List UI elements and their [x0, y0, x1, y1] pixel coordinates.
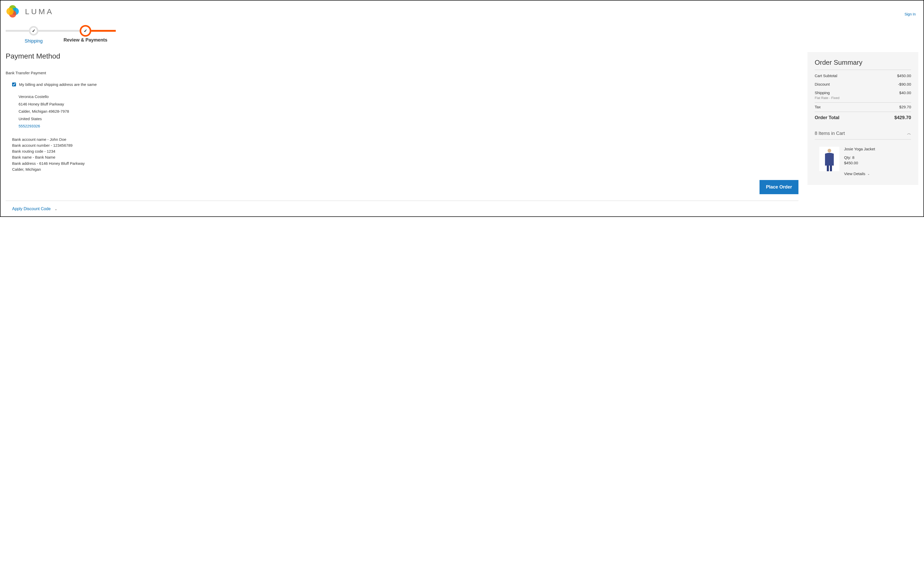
payment-method-heading: Payment Method	[6, 52, 798, 60]
discount-row: Discount -$90.00	[814, 80, 911, 88]
chevron-down-icon: ⌄	[54, 207, 57, 211]
cart-items-toggle[interactable]: 8 Items in Cart ︿	[814, 126, 911, 140]
billing-same-checkbox[interactable]	[12, 82, 16, 86]
order-total-row: Order Total $429.70	[814, 112, 911, 123]
items-in-cart-label: 8 Items in Cart	[814, 131, 845, 136]
address-street: 6146 Honey Bluff Parkway	[19, 100, 798, 108]
bank-account-name: Bank account name - John Doe	[12, 136, 798, 142]
bank-address: Bank address - 6146 Honey Bluff Parkway	[12, 160, 798, 166]
tax-label: Tax	[814, 105, 820, 109]
apply-discount-toggle[interactable]: Apply Discount Code ⌄	[12, 207, 798, 211]
luma-logo-icon	[6, 4, 20, 19]
progress-bar-segment	[91, 30, 116, 32]
payment-method-name: Bank Transfer Payment	[6, 70, 798, 75]
place-order-button[interactable]: Place Order	[759, 180, 798, 194]
progress-bar-segment	[38, 30, 80, 32]
svg-point-3	[6, 8, 14, 15]
subtotal-row: Cart Subtotal $450.00	[814, 71, 911, 80]
order-total-value: $429.70	[894, 115, 911, 120]
order-total-label: Order Total	[814, 115, 839, 120]
chevron-down-icon: ⌄	[867, 172, 870, 176]
logo[interactable]: LUMA	[6, 4, 54, 19]
view-details-label: View Details	[844, 171, 865, 176]
sign-in-link[interactable]: Sign In	[904, 12, 916, 16]
step-shipping[interactable]: ✓ Shipping	[29, 26, 38, 36]
product-price: $450.00	[844, 160, 875, 165]
order-summary-heading: Order Summary	[814, 58, 911, 70]
bank-city: Calder, Michigan	[12, 166, 798, 172]
brand-text: LUMA	[25, 7, 54, 16]
bank-account-number: Bank account number - 123456789	[12, 142, 798, 148]
shipping-method: Flat Rate - Fixed	[814, 96, 911, 102]
checkout-progress: ✓ Shipping ✓ Review & Payments	[6, 25, 918, 37]
step-review-payments: ✓ Review & Payments	[80, 25, 91, 37]
chevron-up-icon: ︿	[907, 131, 911, 136]
svg-rect-5	[827, 166, 829, 171]
shipping-value: $40.00	[899, 90, 911, 95]
bank-name: Bank name - Bank Name	[12, 154, 798, 160]
cart-item: Josie Yoga Jacket Qty: 8 $450.00 View De…	[814, 140, 911, 176]
step-shipping-label: Shipping	[24, 38, 42, 44]
checkmark-icon: ✓	[32, 28, 35, 33]
svg-point-4	[828, 149, 831, 152]
tax-row: Tax $29.70	[814, 103, 911, 111]
discount-toggle-label: Apply Discount Code	[12, 207, 51, 211]
bank-routing: Bank routing code - 1234	[12, 148, 798, 154]
address-phone-link[interactable]: 5552293326	[19, 123, 798, 130]
address-citystate: Calder, Michigan 49628-7978	[19, 108, 798, 115]
address-country: United States	[19, 115, 798, 123]
progress-bar-segment	[6, 30, 29, 32]
discount-label: Discount	[814, 82, 830, 86]
product-name: Josie Yoga Jacket	[844, 147, 875, 151]
discount-value: -$90.00	[898, 82, 911, 86]
billing-same-label[interactable]: My billing and shipping address are the …	[19, 82, 97, 87]
billing-address: Veronica Costello 6146 Honey Bluff Parkw…	[12, 93, 798, 130]
product-qty: Qty: 8	[844, 155, 875, 160]
view-details-toggle[interactable]: View Details ⌄	[844, 171, 875, 176]
bank-transfer-info: Bank account name - John Doe Bank accoun…	[12, 136, 798, 172]
product-image	[819, 147, 839, 171]
svg-rect-6	[830, 166, 832, 171]
subtotal-value: $450.00	[897, 74, 911, 78]
step-review-label: Review & Payments	[63, 38, 107, 43]
subtotal-label: Cart Subtotal	[814, 74, 837, 78]
divider	[6, 201, 798, 201]
order-summary: Order Summary Cart Subtotal $450.00 Disc…	[807, 52, 918, 185]
shipping-label: Shipping	[814, 90, 830, 95]
address-name: Veronica Costello	[19, 93, 798, 100]
tax-value: $29.70	[899, 105, 911, 109]
checkmark-icon: ✓	[84, 28, 87, 33]
